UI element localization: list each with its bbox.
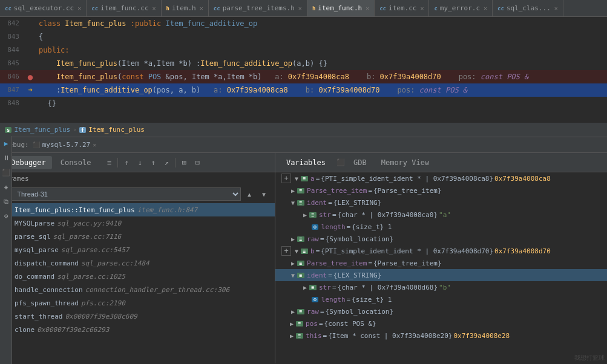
tab-icon-item-func-cc: cc <box>91 5 98 11</box>
tab-sql-executor[interactable]: cc sql_executor.cc ✕ <box>0 0 87 17</box>
tab-close-item-func-cc[interactable]: ✕ <box>153 5 156 11</box>
frame-item-8[interactable]: ⬜ start_thread 0x00007f39e308c609 <box>0 310 275 323</box>
debug-session[interactable]: ⬛ mysql-5.7.27 ✕ <box>33 141 97 149</box>
layout1-btn[interactable]: ⊞ <box>178 157 190 169</box>
tab-gdb[interactable]: GDB <box>347 156 373 169</box>
var-icon-a: ≡ <box>301 176 308 181</box>
frame-item-1[interactable]: ⬜ MYSQLparse sql_yacc.yy:9410 <box>0 216 275 230</box>
var-icon-raw-b: ≡ <box>297 309 304 314</box>
var-item-str-a[interactable]: ▶ ≡ str = {char * | 0x7f39a4008ca0} "a" <box>275 209 607 221</box>
right-panel: Variables ⬛ GDB Memory View + ▼ ≡ a = {P… <box>275 153 607 363</box>
var-item-length-a[interactable]: ⊙ length = {size_t} 1 <box>275 221 607 233</box>
side-icon-pause[interactable]: ⏸ <box>0 151 12 165</box>
var-arrow-pos: ▶ <box>290 320 294 327</box>
frame-item-2[interactable]: ⬜ parse_sql sql_parse.cc:7116 <box>0 230 275 243</box>
tab-close-item-func-h[interactable]: ✕ <box>366 5 369 11</box>
tab-close-item-cc2[interactable]: ✕ <box>420 5 424 11</box>
var-item-length-b[interactable]: ⊙ length = {size_t} 1 <box>275 293 607 305</box>
tab-label-my-error: my_error.c <box>440 4 480 12</box>
var-arrow-ident-a: ▼ <box>291 200 295 206</box>
side-icon-settings[interactable]: ⚙ <box>0 209 12 223</box>
var-val-str-a: "a" <box>439 211 451 219</box>
debugger-toolbar: Debugger Console ≡ ↑ ↓ ↑ ↗ ⊞ ⊟ <box>0 153 275 172</box>
side-icon-run[interactable]: ▶ <box>0 136 12 151</box>
var-item-ident-b[interactable]: ▼ ≡ ident = {LEX_STRING} <box>275 269 607 281</box>
var-item-parse-tree-item-b[interactable]: ▶ ≡ Parse_tree_item = {Parse_tree_item} <box>275 257 607 269</box>
var-item-str-b[interactable]: ▶ ≡ str = {char * | 0x7f39a4008d68} "b" <box>275 281 607 293</box>
frame-location-0: item_func.h:847 <box>137 206 197 214</box>
var-eq-a: = <box>316 175 320 183</box>
frame-item-9[interactable]: ⬜ clone 0x00007f39e2c66293 <box>0 323 275 336</box>
var-arrow-raw-b: ▶ <box>291 308 295 315</box>
var-eq-length-b: = <box>347 296 351 304</box>
var-icon-str-a: ≡ <box>309 212 317 218</box>
var-item-ident-a[interactable]: ▼ ≡ ident = {LEX_STRING} <box>275 197 607 209</box>
var-type-raw-b: {Symbol_location} <box>326 308 394 316</box>
step-into-btn[interactable]: ↓ <box>134 157 146 169</box>
var-arrow-ident-b: ▼ <box>291 272 295 279</box>
tab-close-my-error[interactable]: ✕ <box>484 5 487 11</box>
tab-item-func-h[interactable]: h item_func.h ✕ <box>307 0 375 17</box>
var-type-pti-b: {Parse_tree_item} <box>373 259 442 267</box>
frame-name-8: start_thread <box>15 313 62 320</box>
var-item-raw-a[interactable]: ▶ ≡ raw = {Symbol_location} <box>275 233 607 245</box>
tab-label-item-func-cc: item_func.cc <box>100 4 148 12</box>
var-arrow-b: ▼ <box>295 248 298 255</box>
step-over-btn[interactable]: ↑ <box>120 157 133 169</box>
var-plus-b[interactable]: + <box>281 246 291 256</box>
tab-my-error[interactable]: c my_error.c ✕ <box>429 0 493 17</box>
side-icon-stop[interactable]: ⬛ <box>0 165 12 180</box>
tab-close-item-h[interactable]: ✕ <box>200 5 203 11</box>
tab-item-cc2[interactable]: cc item.cc ✕ <box>375 0 429 17</box>
var-item-b[interactable]: + ▼ ≡ b = {PTI_simple_ident_ident * | 0x… <box>275 245 607 257</box>
thread-select[interactable]: Thread-31 <box>11 187 241 201</box>
var-item-this[interactable]: ▶ ≡ this = {Item * const | 0x7f39a4008e2… <box>275 330 607 342</box>
breakpoint-icon: ● <box>28 70 33 83</box>
func-icon: f <box>79 127 86 133</box>
var-item-a[interactable]: + ▼ ≡ a = {PTI_simple_ident_ident * | 0x… <box>275 172 607 184</box>
tab-close-sql-executor[interactable]: ✕ <box>77 5 81 11</box>
tab-close-sql-class[interactable]: ✕ <box>554 5 558 11</box>
struct-icon: s <box>5 127 11 133</box>
debug-bar: Debug: ⬛ mysql-5.7.27 ✕ <box>0 137 607 153</box>
tab-item-h[interactable]: h item.h ✕ <box>162 0 209 17</box>
tab-item-func-cc[interactable]: cc item_func.cc ✕ <box>87 0 161 17</box>
layout2-btn[interactable]: ⊟ <box>191 157 203 169</box>
frame-item-4[interactable]: ⬜ dispatch_command sql_parse.cc:1484 <box>0 256 275 270</box>
thread-next-btn[interactable]: ▼ <box>258 188 270 200</box>
frame-item-3[interactable]: ⬜ mysql_parse sql_parse.cc:5457 <box>0 243 275 256</box>
breadcrumb: s Item_func_plus › f Item_func_plus <box>0 123 607 137</box>
frame-item-5[interactable]: ⬜ do_command sql_parse.cc:1025 <box>0 270 275 283</box>
step-out-btn[interactable]: ↑ <box>147 157 159 169</box>
tab-close-parse-tree[interactable]: ✕ <box>298 5 302 11</box>
debug-session-close[interactable]: ✕ <box>93 141 96 148</box>
var-item-raw-b[interactable]: ▶ ≡ raw = {Symbol_location} <box>275 305 607 317</box>
code-line-845: 845 Item_func_plus(Item *a,Item *b) :Ite… <box>0 57 607 70</box>
thread-prev-btn[interactable]: ▲ <box>243 188 255 200</box>
frame-item-0[interactable]: ⬜ Item_func_plus::Item_func_plus item_fu… <box>0 203 275 216</box>
var-plus-a[interactable]: + <box>281 174 291 183</box>
var-name-ident-a: ident <box>307 199 327 207</box>
side-icon-bookmark[interactable]: ◈ <box>0 180 12 194</box>
var-item-parse-tree-item-a[interactable]: ▶ ≡ Parse_tree_item = {Parse_tree_item} <box>275 184 607 197</box>
tab-icon-parse-tree: cc <box>214 5 220 11</box>
frame-item-7[interactable]: ⬜ pfs_spawn_thread pfs.cc:2190 <box>0 296 275 310</box>
var-tree: + ▼ ≡ a = {PTI_simple_ident_ident * | 0x… <box>275 172 607 363</box>
tab-console[interactable]: Console <box>54 156 97 169</box>
run-cursor-btn[interactable]: ↗ <box>160 157 172 169</box>
tab-sql-class[interactable]: cc sql_clas... ✕ <box>493 0 563 17</box>
tab-variables[interactable]: Variables <box>280 156 332 169</box>
var-item-pos[interactable]: ▶ ≡ pos = {const POS &} <box>275 317 607 330</box>
tab-parse-tree[interactable]: cc parse_tree_items.h ✕ <box>209 0 307 17</box>
show-threads-btn[interactable]: ≡ <box>103 157 115 169</box>
var-eq-this: = <box>323 332 327 340</box>
var-icon-ident-b: ≡ <box>297 273 304 278</box>
bottom-panel: Debugger Console ≡ ↑ ↓ ↑ ↗ ⊞ ⊟ Frames ✓ <box>0 153 607 363</box>
frame-item-6[interactable]: ⬜ handle_connection connection_handler_p… <box>0 283 275 296</box>
tab-icon-item-func-h: h <box>312 5 315 11</box>
side-icon-copy[interactable]: ⧉ <box>0 194 12 209</box>
tab-memory-view[interactable]: Memory View <box>375 156 435 169</box>
line-number-845: 845 <box>0 57 24 70</box>
var-arrow-pti-a: ▶ <box>291 187 295 194</box>
var-name-pos: pos <box>306 320 318 328</box>
